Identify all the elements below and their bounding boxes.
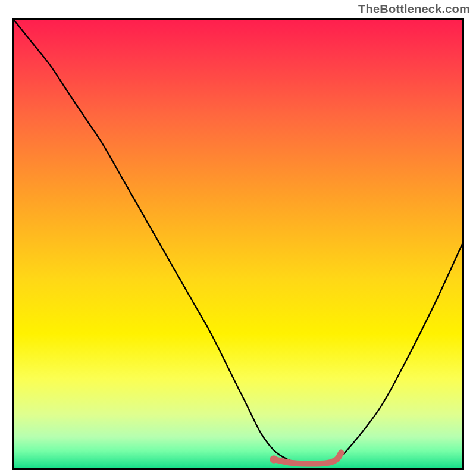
- chart-container: TheBottleneck.com: [0, 0, 476, 476]
- attribution-label: TheBottleneck.com: [358, 2, 470, 16]
- plot-area: [12, 18, 464, 470]
- curve-layer: [14, 20, 462, 468]
- bottleneck-curve: [14, 20, 462, 464]
- optimal-marker-icon: [270, 455, 278, 464]
